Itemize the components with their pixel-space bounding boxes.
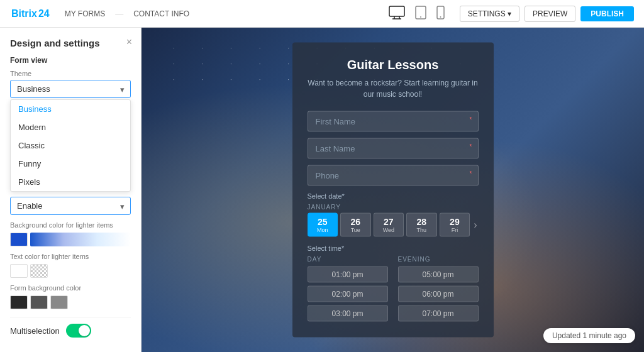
last-name-field-wrapper: * [308, 138, 479, 165]
text-color-checkered-swatch[interactable] [30, 264, 48, 278]
close-icon[interactable]: × [126, 36, 132, 48]
theme-select-wrapper: Business Modern Classic Funny Pixels [10, 80, 131, 98]
theme-dropdown: Business Modern Classic Funny Pixels [10, 99, 131, 192]
day-col-label: DAY [308, 256, 388, 263]
day-time-col: DAY 01:00 pm 02:00 pm 03:00 pm [308, 256, 388, 325]
theme-option-classic[interactable]: Classic [11, 136, 130, 155]
date-nav-next[interactable]: › [472, 219, 478, 231]
publish-button[interactable]: PUBLISH [580, 6, 634, 21]
header: Bitrix24 MY FORMS — CONTACT INFO SETTING… [0, 0, 644, 28]
evening-col-label: EVENING [398, 256, 479, 263]
multiselection-label: Multiselection [10, 326, 60, 336]
enable-select-wrapper: Enable Disable [10, 197, 131, 215]
time-columns: DAY 01:00 pm 02:00 pm 03:00 pm EVENING 0… [308, 256, 479, 325]
sidebar: Design and settings × Form view Theme Bu… [0, 28, 142, 352]
time-btn-day-0[interactable]: 01:00 pm [308, 267, 388, 283]
phone-required: * [470, 170, 472, 177]
bg-color-row [10, 233, 131, 246]
date-cell-2[interactable]: 27 Wed [374, 213, 404, 237]
svg-point-7 [440, 16, 441, 18]
time-btn-day-2[interactable]: 03:00 pm [308, 305, 388, 322]
preview-button[interactable]: PREVIEW [525, 6, 575, 22]
sidebar-title: Design and settings [10, 38, 131, 48]
form-bg-label: Form background color [10, 284, 131, 292]
select-time-label: Select time* [308, 245, 479, 252]
bg-color-gradient[interactable] [30, 233, 131, 246]
date-cell-0[interactable]: 25 Mon [308, 213, 338, 237]
first-name-required: * [470, 116, 472, 123]
svg-point-5 [420, 16, 421, 18]
form-subtitle: Want to become a rockstar? Start learnin… [308, 77, 479, 100]
theme-option-business[interactable]: Business [11, 100, 130, 118]
date-cell-1[interactable]: 26 Tue [340, 213, 371, 237]
last-name-required: * [470, 143, 472, 150]
theme-select[interactable]: Business Modern Classic Funny Pixels [10, 80, 131, 98]
form-title: Guitar Lessons [308, 58, 479, 72]
text-color-white-swatch[interactable] [10, 264, 28, 278]
mobile-device-icon[interactable] [436, 6, 445, 21]
first-name-field-wrapper: * [308, 111, 479, 138]
form-view-label: Form view [10, 56, 131, 65]
date-cell-4[interactable]: 29 Fri [440, 213, 470, 237]
layout: Design and settings × Form view Theme Bu… [0, 28, 644, 352]
contact-info-link[interactable]: CONTACT INFO [133, 9, 189, 18]
form-bg-mid-swatch[interactable] [30, 295, 48, 309]
header-actions: SETTINGS ▾ PREVIEW PUBLISH [460, 6, 634, 22]
settings-button[interactable]: SETTINGS ▾ [460, 6, 519, 22]
form-card: Guitar Lessons Want to become a rockstar… [292, 43, 494, 338]
theme-option-modern[interactable]: Modern [11, 118, 130, 136]
date-row: 25 Mon 26 Tue 27 Wed 28 Thu 29 Fri [308, 213, 479, 237]
phone-input[interactable] [308, 165, 479, 186]
form-bg-color-row [10, 295, 131, 309]
updated-badge: Updated 1 minute ago [543, 328, 635, 343]
bg-color-label: Background color for lighter items [10, 221, 131, 229]
form-bg-dark-swatch[interactable] [10, 295, 28, 309]
my-forms-link[interactable]: MY FORMS [65, 9, 105, 18]
main-content: Guitar Lessons Want to become a rockstar… [142, 28, 644, 352]
select-date-label: Select date* [308, 192, 479, 200]
logo-num: 24 [38, 8, 50, 19]
logo: Bitrix24 [10, 8, 50, 19]
theme-label: Theme [10, 70, 131, 77]
theme-option-pixels[interactable]: Pixels [11, 173, 130, 191]
device-switcher [389, 6, 445, 21]
main-nav: MY FORMS — CONTACT INFO [65, 9, 189, 18]
last-name-input[interactable] [308, 138, 479, 159]
text-color-row [10, 264, 131, 278]
time-btn-evening-0[interactable]: 05:00 pm [398, 267, 479, 283]
tablet-device-icon[interactable] [415, 6, 426, 21]
desktop-device-icon[interactable] [389, 6, 405, 21]
time-btn-evening-1[interactable]: 06:00 pm [398, 286, 479, 302]
date-cell-3[interactable]: 28 Thu [406, 213, 437, 237]
month-label: JANUARY [308, 204, 479, 211]
phone-field-wrapper: * [308, 165, 479, 192]
svg-rect-0 [389, 6, 404, 16]
time-btn-day-1[interactable]: 02:00 pm [308, 286, 388, 302]
time-btn-evening-2[interactable]: 07:00 pm [398, 305, 479, 322]
multiselection-row: Multiselection [10, 317, 131, 338]
text-color-label: Text color for lighter items [10, 253, 131, 260]
first-name-input[interactable] [308, 111, 479, 132]
bg-color-swatch-blue[interactable] [10, 233, 28, 246]
multiselection-toggle[interactable] [66, 324, 91, 338]
theme-option-funny[interactable]: Funny [11, 155, 130, 173]
nav-sep: — [115, 9, 123, 18]
form-bg-light-swatch[interactable] [50, 295, 68, 309]
evening-time-col: EVENING 05:00 pm 06:00 pm 07:00 pm [398, 256, 479, 325]
enable-select[interactable]: Enable Disable [10, 197, 131, 215]
